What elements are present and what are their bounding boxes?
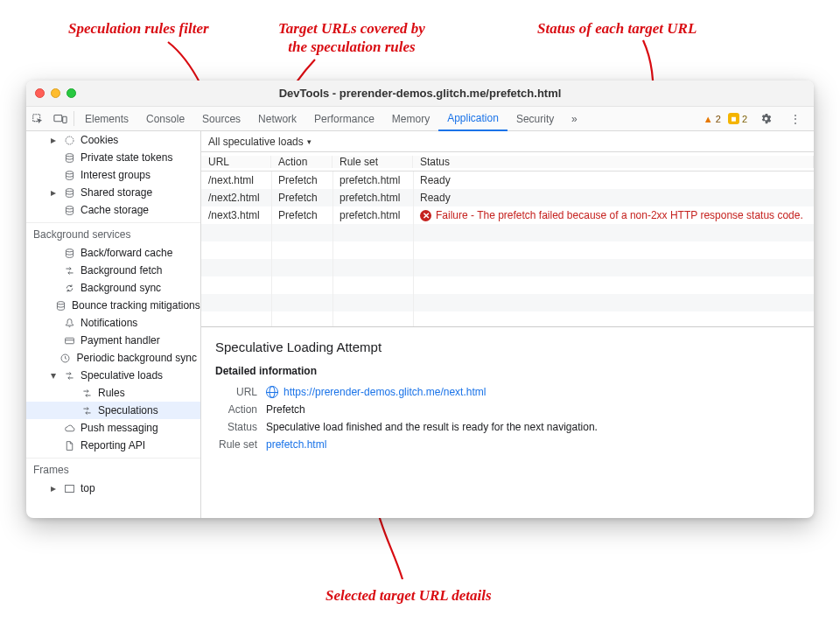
warnings-chip[interactable]: ▲ 2 [704, 114, 721, 124]
detail-url-link[interactable]: https://prerender-demos.glitch.me/next.h… [284, 386, 486, 398]
sidebar-item-label: Notifications [80, 317, 137, 329]
frame-icon [63, 482, 75, 494]
circle-arrow-icon [63, 134, 75, 146]
issues-chip[interactable]: ■ 2 [728, 113, 747, 124]
sidebar-item-label: Bounce tracking mitigations [72, 299, 200, 312]
sidebar-item-payment-handler[interactable]: Payment handler [26, 332, 200, 349]
sidebar-item-speculations[interactable]: Speculations [26, 402, 200, 419]
col-ruleset[interactable]: Rule set [332, 156, 413, 168]
kebab-menu-icon[interactable]: ⋮ [784, 113, 807, 125]
sidebar-item-bounce-tracking-mitigations[interactable]: Bounce tracking mitigations [26, 297, 200, 314]
speculative-loads-filter[interactable]: All speculative loads ▾ [201, 131, 814, 152]
sidebar-item-cookies[interactable]: ▸Cookies [26, 131, 200, 149]
arrows-icon [80, 404, 93, 416]
cell-status: ✕Failure - The prefetch failed because o… [413, 209, 814, 221]
svg-rect-10 [65, 338, 74, 344]
more-tabs-icon[interactable]: » [563, 107, 585, 130]
cell-action: Prefetch [271, 192, 332, 204]
chevron-down-icon: ▾ [307, 137, 312, 146]
tab-application[interactable]: Application [438, 107, 508, 131]
sidebar-item-shared-storage[interactable]: ▸Shared storage [26, 184, 200, 201]
sidebar-item-label: Interest groups [80, 169, 150, 181]
svg-point-6 [66, 188, 73, 191]
sidebar-item-speculative-loads[interactable]: ▾Speculative loads [26, 367, 200, 384]
arrows-icon [63, 369, 75, 382]
sidebar-item-label: Rules [98, 387, 125, 399]
tab-memory[interactable]: Memory [383, 107, 438, 130]
cell-ruleset: prefetch.html [332, 192, 413, 204]
tabbar: ElementsConsoleSourcesNetworkPerformance… [26, 107, 814, 131]
col-url[interactable]: URL [201, 156, 271, 168]
sidebar-section-background-services: Background services [26, 222, 200, 244]
devtools-window: DevTools - prerender-demos.glitch.me/pre… [26, 80, 814, 518]
issues-count: 2 [742, 114, 747, 124]
sidebar-item-label: Background sync [80, 282, 161, 294]
table-row[interactable]: /next2.htmlPrefetchprefetch.htmlReady [201, 189, 814, 206]
svg-point-8 [66, 248, 73, 251]
cell-status: Ready [413, 174, 814, 186]
cell-ruleset: prefetch.html [332, 174, 413, 186]
detail-ruleset-link[interactable]: prefetch.html [266, 438, 326, 451]
detail-action-label: Action [215, 403, 257, 416]
card-icon [63, 334, 75, 346]
table-row[interactable]: /next.htmlPrefetchprefetch.htmlReady [201, 172, 814, 189]
twisty-icon: ▸ [49, 186, 58, 199]
detail-action-value: Prefetch [266, 403, 305, 416]
sidebar-item-back-forward-cache[interactable]: Back/forward cache [26, 244, 200, 262]
svg-rect-1 [54, 115, 62, 121]
db-icon [63, 151, 75, 164]
sidebar-item-background-fetch[interactable]: Background fetch [26, 262, 200, 279]
settings-icon[interactable] [754, 112, 777, 125]
detail-status-label: Status [215, 421, 257, 433]
sidebar-item-private-state-tokens[interactable]: Private state tokens [26, 149, 200, 166]
cell-status: Ready [413, 192, 814, 204]
svg-point-9 [57, 301, 64, 304]
sidebar-item-notifications[interactable]: Notifications [26, 314, 200, 332]
sidebar-item-periodic-background-sync[interactable]: Periodic background sync [26, 349, 200, 367]
speculation-detail: Speculative Loading Attempt Detailed inf… [201, 327, 814, 518]
tab-elements[interactable]: Elements [76, 107, 137, 130]
application-sidebar: ▸CookiesPrivate state tokensInterest gro… [26, 131, 201, 518]
inspect-icon[interactable] [26, 107, 49, 130]
cell-url: /next.html [201, 174, 271, 186]
svg-rect-2 [63, 116, 66, 122]
sidebar-section-frames: Frames [26, 458, 200, 480]
sidebar-item-label: Speculations [98, 404, 158, 416]
sidebar-item-reporting-api[interactable]: Reporting API [26, 437, 200, 454]
sidebar-item-cache-storage[interactable]: Cache storage [26, 201, 200, 219]
tab-security[interactable]: Security [508, 107, 563, 130]
bell-icon [63, 317, 75, 329]
db-icon [63, 169, 75, 181]
issues-icon: ■ [728, 113, 739, 124]
tab-performance[interactable]: Performance [305, 107, 383, 130]
sidebar-item-top[interactable]: ▸top [26, 480, 200, 497]
detail-heading: Speculative Loading Attempt [215, 340, 800, 354]
twisty-icon: ▸ [49, 134, 58, 146]
sidebar-item-label: Shared storage [80, 186, 152, 199]
twisty-icon: ▾ [49, 369, 58, 382]
col-status[interactable]: Status [413, 156, 814, 168]
tab-network[interactable]: Network [249, 107, 305, 130]
device-toolbar-icon[interactable] [49, 107, 72, 130]
col-action[interactable]: Action [271, 156, 332, 168]
sidebar-item-rules[interactable]: Rules [26, 384, 200, 402]
db-icon [63, 186, 75, 199]
sidebar-item-label: Cache storage [80, 204, 149, 216]
error-icon: ✕ [420, 210, 431, 221]
sidebar-item-background-sync[interactable]: Background sync [26, 279, 200, 297]
arrows-icon [63, 264, 75, 276]
globe-icon [266, 386, 278, 398]
svg-point-5 [66, 171, 73, 173]
db-icon [54, 299, 66, 312]
annotation-filter: Speculation rules filter [68, 19, 209, 38]
tab-sources[interactable]: Sources [193, 107, 249, 130]
table-row[interactable]: /next3.htmlPrefetchprefetch.html✕Failure… [201, 206, 814, 224]
sidebar-item-push-messaging[interactable]: Push messaging [26, 419, 200, 437]
sidebar-item-interest-groups[interactable]: Interest groups [26, 166, 200, 184]
sidebar-item-label: Speculative loads [80, 369, 163, 382]
tab-console[interactable]: Console [137, 107, 193, 130]
cell-url: /next3.html [201, 209, 271, 221]
clock-icon [60, 352, 72, 364]
sidebar-item-label: Push messaging [80, 422, 158, 434]
table-body: /next.htmlPrefetchprefetch.htmlReady/nex… [201, 172, 814, 326]
